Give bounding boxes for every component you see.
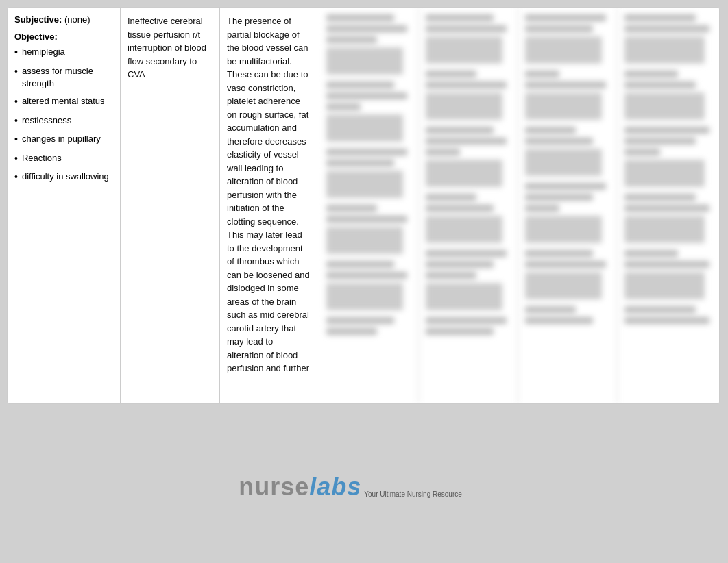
- objective-list: hemiplegia assess for muscle strength al…: [14, 46, 113, 184]
- logo-labs-text: labs: [309, 473, 361, 501]
- diagnosis-text: Ineffective cerebral tissue perfusion r/…: [128, 14, 213, 82]
- column-1-subjective-objective: Subjective: (none) Objective: hemiplegia…: [8, 8, 121, 403]
- column-5-blurred: [419, 8, 518, 403]
- list-item: restlessness: [14, 114, 113, 128]
- logo-nurse-text: nurse: [239, 473, 309, 501]
- logo-area: nurselabs Your Ultimate Nursing Resource: [0, 473, 707, 501]
- logo-tagline: Your Ultimate Nursing Resource: [364, 490, 461, 498]
- logo-text: nurselabs: [239, 473, 361, 501]
- list-item: difficulty in swallowing: [14, 171, 113, 184]
- column-2-diagnosis: Ineffective cerebral tissue perfusion r/…: [121, 8, 220, 403]
- list-item: hemiplegia: [14, 46, 113, 60]
- list-item: changes in pupillary: [14, 133, 113, 147]
- column-4-blurred: [319, 8, 419, 403]
- main-container: Subjective: (none) Objective: hemiplegia…: [0, 0, 728, 522]
- table-wrapper: Subjective: (none) Objective: hemiplegia…: [7, 7, 720, 404]
- rationale-text: The presence of partial blockage of the …: [227, 14, 312, 375]
- list-item: altered mental status: [14, 95, 113, 109]
- subjective-value: (none): [64, 14, 90, 25]
- subjective-label: Subjective:: [14, 14, 62, 25]
- column-3-rationale: The presence of partial blockage of the …: [220, 8, 319, 403]
- list-item: assess for muscle strength: [14, 65, 113, 90]
- objective-label: Objective:: [14, 32, 113, 42]
- column-7-blurred: [618, 8, 720, 403]
- column-6-blurred: [518, 8, 618, 403]
- subjective-heading-row: Subjective: (none): [14, 14, 113, 25]
- list-item: Reactions: [14, 152, 113, 166]
